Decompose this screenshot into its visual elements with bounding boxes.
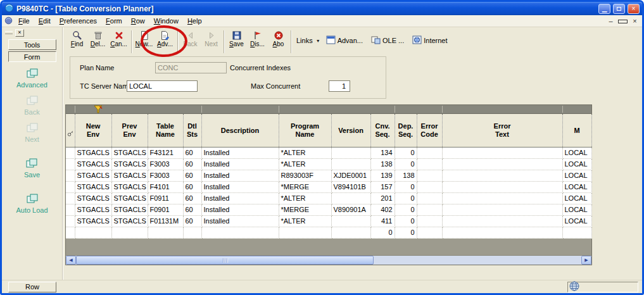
- grid-cell[interactable]: [201, 227, 279, 239]
- grid-cell[interactable]: 134: [370, 148, 395, 159]
- grid-column-header[interactable]: Description: [201, 114, 279, 148]
- grid-cell[interactable]: LOCAL: [562, 216, 591, 227]
- grid-column-header[interactable]: Version: [331, 114, 370, 148]
- advanced-link-button[interactable]: Advan...: [324, 35, 365, 46]
- grid-cell[interactable]: 201: [370, 193, 395, 204]
- grid-cell[interactable]: Installed: [201, 148, 279, 159]
- grid-cell[interactable]: STGACLS: [75, 170, 111, 182]
- cancel-button[interactable]: Can...: [108, 28, 129, 48]
- grid-cell[interactable]: [331, 148, 370, 159]
- new-button[interactable]: New...: [134, 28, 155, 48]
- find-button[interactable]: Find: [66, 28, 87, 48]
- row-selector-cell[interactable]: [66, 204, 75, 216]
- grid-cell[interactable]: 0: [370, 227, 395, 239]
- grid-column-header[interactable]: Error Text: [442, 114, 562, 148]
- grid-cell[interactable]: 138: [395, 170, 417, 182]
- grid-cell[interactable]: V890901A: [331, 204, 370, 216]
- menu-item-window[interactable]: Window: [149, 16, 183, 26]
- grid-cell[interactable]: XJDE0001: [331, 170, 370, 182]
- menu-item-preferences[interactable]: Preferences: [55, 16, 101, 26]
- grid-cell[interactable]: STGACLS: [111, 170, 148, 182]
- sidebar-item-save[interactable]: Save: [24, 158, 40, 179]
- plan-name-input[interactable]: [155, 62, 227, 73]
- grid-cell[interactable]: STGACLS: [75, 193, 111, 204]
- grid-cell[interactable]: *MERGE: [279, 204, 331, 216]
- grid-cell[interactable]: F0911: [148, 193, 183, 204]
- filter-funnel-icon[interactable]: [94, 105, 103, 115]
- grid-cell[interactable]: [75, 227, 111, 239]
- menu-item-form[interactable]: Form: [101, 16, 127, 26]
- grid-row[interactable]: STGACLSSTGACLSF090160Installed*MERGEV890…: [66, 204, 591, 216]
- grid-cell[interactable]: Installed: [201, 159, 279, 170]
- internet-link-button[interactable]: Internet: [410, 35, 450, 46]
- row-selector-cell[interactable]: [66, 182, 75, 193]
- menu-item-file[interactable]: File: [14, 16, 34, 26]
- grid-cell[interactable]: [417, 159, 442, 170]
- grid-cell[interactable]: [331, 193, 370, 204]
- grid-cell[interactable]: STGACLS: [111, 193, 148, 204]
- ole-link-button[interactable]: OLE ...: [369, 35, 407, 46]
- scroll-thumb[interactable]: [76, 256, 374, 265]
- scroll-left-button[interactable]: ◀: [66, 256, 76, 265]
- grid-cell[interactable]: [183, 227, 201, 239]
- grid-column-header[interactable]: M: [562, 114, 591, 148]
- grid-cell[interactable]: 157: [370, 182, 395, 193]
- delete-button[interactable]: Del...: [87, 28, 108, 48]
- grid-cell[interactable]: 60: [183, 216, 201, 227]
- grid-cell[interactable]: [417, 227, 442, 239]
- grid-cell[interactable]: 0: [395, 193, 417, 204]
- grid-cell[interactable]: [562, 227, 591, 239]
- grid-cell[interactable]: STGACLS: [75, 148, 111, 159]
- grid-row[interactable]: STGACLSSTGACLSF300360InstalledR893003FXJ…: [66, 170, 591, 182]
- grid-cell[interactable]: 402: [370, 204, 395, 216]
- mdi-system-icon[interactable]: [4, 16, 13, 26]
- grid-column-header[interactable]: Prev Env: [111, 114, 148, 148]
- grid-row[interactable]: STGACLSSTGACLSF300360Installed*ALTER1380…: [66, 159, 591, 170]
- form-button[interactable]: Form: [8, 51, 56, 62]
- row-selector-cell[interactable]: [66, 227, 75, 239]
- grid-cell[interactable]: [442, 193, 562, 204]
- row-button[interactable]: Row: [8, 282, 56, 292]
- grid-cell[interactable]: 60: [183, 148, 201, 159]
- save-button[interactable]: Save: [226, 28, 247, 48]
- grid-cell[interactable]: STGACLS: [111, 159, 148, 170]
- grid-cell[interactable]: [417, 193, 442, 204]
- tc-server-name-input[interactable]: [127, 80, 198, 92]
- minibar-close-button[interactable]: ×: [15, 29, 24, 37]
- grid-cell[interactable]: V894101B: [331, 182, 370, 193]
- grid-cell[interactable]: 0: [395, 148, 417, 159]
- abort-button[interactable]: Abo: [268, 28, 289, 48]
- grid-cell[interactable]: 0: [395, 216, 417, 227]
- grid-cell[interactable]: [442, 170, 562, 182]
- grid-cell[interactable]: F3003: [148, 159, 183, 170]
- grid-cell[interactable]: Installed: [201, 170, 279, 182]
- grid-cell[interactable]: 0: [395, 182, 417, 193]
- grid-cell[interactable]: LOCAL: [562, 170, 591, 182]
- grid-row[interactable]: STGACLSSTGACLSF091160Installed*ALTER2010…: [66, 193, 591, 204]
- grid-cell[interactable]: STGACLS: [111, 148, 148, 159]
- scroll-right-button[interactable]: ▶: [581, 256, 591, 265]
- row-selector-cell[interactable]: [66, 216, 75, 227]
- row-selector-cell[interactable]: [66, 193, 75, 204]
- grid-cell[interactable]: [442, 227, 562, 239]
- mdi-restore-button[interactable]: [618, 17, 628, 25]
- grid-row[interactable]: STGACLSSTGACLSF410160Installed*MERGEV894…: [66, 182, 591, 193]
- grid-cell[interactable]: [331, 227, 370, 239]
- grid-cell[interactable]: 60: [183, 204, 201, 216]
- close-button[interactable]: ×: [628, 4, 640, 14]
- grid-cell[interactable]: *ALTER: [279, 159, 331, 170]
- restore-button[interactable]: [613, 4, 625, 14]
- grid-cell[interactable]: [279, 227, 331, 239]
- row-selector-cell[interactable]: [66, 159, 75, 170]
- menu-item-edit[interactable]: Edit: [34, 16, 55, 26]
- grid-column-header[interactable]: Dtl Sts: [183, 114, 201, 148]
- grid-cell[interactable]: STGACLS: [75, 204, 111, 216]
- row-selector-cell[interactable]: [66, 170, 75, 182]
- grid-cell[interactable]: [417, 148, 442, 159]
- grid-cell[interactable]: *ALTER: [279, 193, 331, 204]
- grid-cell[interactable]: LOCAL: [562, 193, 591, 204]
- grid-cell[interactable]: [111, 227, 148, 239]
- grid-cell[interactable]: LOCAL: [562, 159, 591, 170]
- max-concurrent-input[interactable]: [329, 80, 350, 92]
- grid-cell[interactable]: [442, 148, 562, 159]
